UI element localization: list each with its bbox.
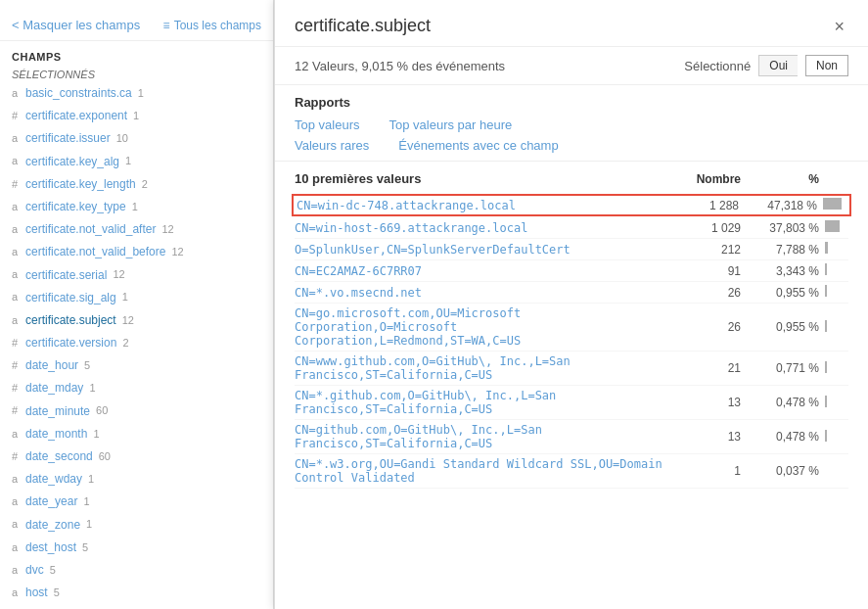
field-count: 10 bbox=[116, 130, 128, 148]
sidebar-item[interactable]: a host 5 bbox=[0, 582, 273, 604]
sidebar-item[interactable]: a certificate.serial 12 bbox=[0, 264, 273, 287]
sidebar-item[interactable]: a certificate.key_type 1 bbox=[0, 196, 273, 218]
value-name[interactable]: CN=www.github.com,O=GitHub\, Inc.,L=San … bbox=[295, 354, 672, 382]
bar-visual bbox=[825, 396, 827, 407]
field-name: date_mday bbox=[25, 379, 83, 398]
field-name: certificate.serial bbox=[25, 266, 107, 285]
value-name[interactable]: CN=win-host-669.attackrange.local bbox=[295, 221, 672, 235]
value-bar-cell bbox=[817, 198, 846, 212]
field-name: certificate.subject bbox=[25, 311, 116, 330]
sidebar-item[interactable]: a certificate.not_valid_after 12 bbox=[0, 218, 273, 241]
sidebar-item[interactable]: a certificate.sig_alg 1 bbox=[0, 287, 273, 309]
value-name[interactable]: O=SplunkUser,CN=SplunkServerDefaultCert bbox=[295, 243, 672, 257]
all-fields-button[interactable]: ≡ Tous les champs bbox=[163, 19, 261, 32]
field-count: 2 bbox=[122, 335, 128, 352]
values-list: CN=win-dc-748.attackrange.local 1 288 47… bbox=[295, 194, 848, 489]
hide-fields-button[interactable]: < Masquer les champs bbox=[12, 18, 140, 32]
bar-visual bbox=[825, 320, 827, 332]
sidebar-item[interactable]: a id 100+ bbox=[0, 604, 273, 609]
value-row: CN=EC2AMAZ-6C7RR07 91 3,343 % bbox=[295, 260, 848, 282]
field-name: date_second bbox=[25, 447, 93, 466]
value-nombre: 26 bbox=[672, 320, 751, 334]
field-type-icon: a bbox=[12, 244, 22, 261]
value-row: CN=win-host-669.attackrange.local 1 029 … bbox=[295, 217, 848, 239]
value-name[interactable]: CN=go.microsoft.com,OU=Microsoft Corpora… bbox=[295, 306, 672, 348]
field-type-icon: a bbox=[12, 585, 22, 602]
value-bar-cell bbox=[819, 430, 848, 445]
field-count: 2 bbox=[142, 176, 148, 194]
sidebar-item[interactable]: a dest_host 5 bbox=[0, 537, 273, 559]
report-link-1[interactable]: Top valeurs par heure bbox=[388, 116, 512, 134]
sidebar-item[interactable]: # date_minute 60 bbox=[0, 400, 273, 423]
value-nombre: 21 bbox=[672, 361, 751, 375]
value-bar-cell bbox=[819, 285, 848, 300]
col-nombre-header: Nombre bbox=[672, 172, 751, 186]
value-pct: 0,955 % bbox=[751, 320, 819, 334]
field-count: 5 bbox=[54, 585, 60, 602]
col-pct-header: % bbox=[751, 172, 819, 186]
sidebar-item[interactable]: a certificate.issuer 10 bbox=[0, 127, 273, 150]
sidebar-item[interactable]: a basic_constraints.ca 1 bbox=[0, 82, 273, 105]
value-nombre: 13 bbox=[672, 396, 751, 409]
value-name[interactable]: CN=*.github.com,O=GitHub\, Inc.,L=San Fr… bbox=[295, 389, 672, 416]
field-name: certificate.not_valid_before bbox=[25, 243, 165, 261]
field-type-icon: a bbox=[12, 85, 22, 103]
field-type-icon: a bbox=[12, 130, 22, 148]
value-pct: 0,478 % bbox=[751, 396, 819, 409]
non-button[interactable]: Non bbox=[805, 55, 848, 76]
value-name[interactable]: CN=EC2AMAZ-6C7RR07 bbox=[295, 264, 672, 278]
field-count: 60 bbox=[96, 402, 108, 420]
value-nombre: 26 bbox=[672, 286, 751, 300]
sidebar-item[interactable]: # certificate.exponent 1 bbox=[0, 105, 273, 127]
report-link-3[interactable]: Événements avec ce champ bbox=[398, 136, 558, 155]
field-name: certificate.key_alg bbox=[25, 153, 119, 171]
field-name: date_wday bbox=[25, 470, 82, 489]
oui-button[interactable]: Oui bbox=[758, 55, 798, 76]
field-type-icon: a bbox=[12, 516, 22, 534]
value-pct: 0,037 % bbox=[751, 464, 819, 478]
value-name[interactable]: CN=win-dc-748.attackrange.local bbox=[297, 199, 670, 212]
sidebar-top: < Masquer les champs ≡ Tous les champs bbox=[0, 10, 273, 41]
sidebar-item[interactable]: a date_month 1 bbox=[0, 423, 273, 445]
bar-visual bbox=[823, 198, 842, 210]
reports-label: Rapports bbox=[295, 95, 848, 110]
section-sub: SÉLECTIONNÉS bbox=[0, 67, 273, 82]
field-count: 12 bbox=[161, 221, 173, 239]
value-bar-cell bbox=[819, 396, 848, 410]
reports-section: Rapports Top valeursTop valeurs par heur… bbox=[275, 85, 868, 162]
field-name: date_hour bbox=[25, 356, 78, 375]
field-count: 5 bbox=[84, 357, 90, 375]
sidebar-item[interactable]: a date_year 1 bbox=[0, 491, 273, 513]
field-count: 5 bbox=[50, 562, 56, 580]
field-name: certificate.sig_alg bbox=[25, 289, 116, 307]
sidebar-item[interactable]: a certificate.subject 12 bbox=[0, 309, 273, 332]
sidebar-item[interactable]: a date_wday 1 bbox=[0, 468, 273, 491]
sidebar-item[interactable]: # date_mday 1 bbox=[0, 377, 273, 399]
value-row: CN=*.vo.msecnd.net 26 0,955 % bbox=[295, 282, 848, 304]
field-count: 1 bbox=[122, 289, 128, 306]
value-nombre: 1 029 bbox=[672, 221, 751, 235]
sidebar-item[interactable]: # date_second 60 bbox=[0, 445, 273, 468]
field-count: 1 bbox=[133, 108, 139, 125]
value-row: CN=www.github.com,O=GitHub\, Inc.,L=San … bbox=[295, 351, 848, 386]
selected-label: Sélectionné bbox=[684, 59, 751, 73]
values-title: 10 premières valeurs bbox=[295, 171, 672, 186]
sidebar-item[interactable]: a dvc 5 bbox=[0, 559, 273, 582]
panel-summary: 12 Valeurs, 9,015 % des événements Sélec… bbox=[275, 47, 868, 85]
report-link-0[interactable]: Top valeurs bbox=[295, 116, 359, 134]
sidebar-item[interactable]: # date_hour 5 bbox=[0, 354, 273, 377]
sidebar-item[interactable]: a date_zone 1 bbox=[0, 514, 273, 537]
value-name[interactable]: CN=*.vo.msecnd.net bbox=[295, 286, 672, 300]
sidebar-item[interactable]: a certificate.key_alg 1 bbox=[0, 151, 273, 173]
close-button[interactable]: × bbox=[830, 18, 848, 35]
sidebar-item[interactable]: a certificate.not_valid_before 12 bbox=[0, 241, 273, 263]
value-name[interactable]: CN=github.com,O=GitHub\, Inc.,L=San Fran… bbox=[295, 423, 672, 450]
sidebar-item[interactable]: # certificate.key_length 2 bbox=[0, 173, 273, 196]
sidebar-item[interactable]: # certificate.version 2 bbox=[0, 332, 273, 354]
field-type-icon: a bbox=[12, 539, 22, 557]
value-name[interactable]: CN=*.w3.org,OU=Gandi Standard Wildcard S… bbox=[295, 457, 672, 485]
value-nombre: 1 bbox=[672, 464, 751, 478]
report-link-2[interactable]: Valeurs rares bbox=[295, 136, 369, 155]
field-name: dvc bbox=[25, 561, 44, 580]
value-row: CN=github.com,O=GitHub\, Inc.,L=San Fran… bbox=[295, 420, 848, 454]
